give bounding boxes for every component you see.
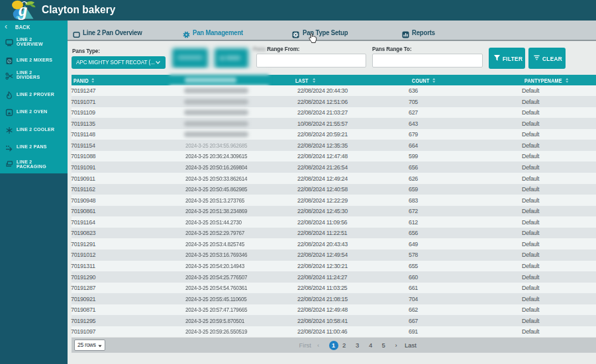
svg-text:g: g (18, 0, 28, 20)
